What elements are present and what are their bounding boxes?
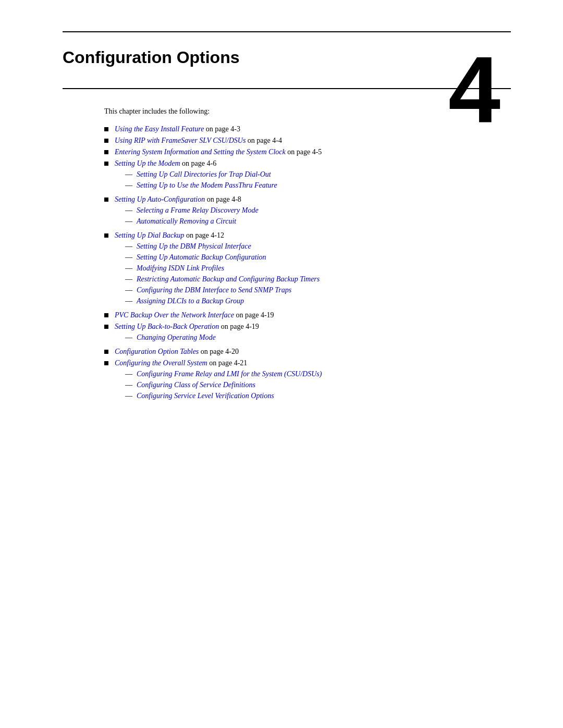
- page-container: Configuration Options 4 This chapter inc…: [0, 31, 563, 728]
- toc-sublink-sub5b[interactable]: Automatically Removing a Circuit: [137, 217, 236, 226]
- toc-subitem: —Configuring the DBM Interface to Send S…: [125, 286, 320, 294]
- toc-item-content: Setting Up the Modem on page 4-6—Setting…: [115, 159, 277, 192]
- toc-sublist: —Configuring Frame Relay and LMI for the…: [125, 370, 322, 400]
- toc-item: Setting Up Auto-Configuration on page 4-…: [104, 195, 500, 228]
- dash-icon: —: [125, 242, 132, 251]
- toc-suffix: on page 4-6: [180, 159, 217, 167]
- toc-link-item2[interactable]: Using RIP with FrameSaver SLV CSU/DSUs: [115, 137, 246, 144]
- toc-sublink-sub6d[interactable]: Restricting Automatic Backup and Configu…: [137, 275, 320, 283]
- chapter-header: Configuration Options 4: [63, 48, 500, 67]
- toc-item: Setting Up Back-to-Back Operation on pag…: [104, 323, 500, 344]
- toc-suffix: on page 4-19: [234, 311, 274, 319]
- bullet-icon: [104, 325, 108, 329]
- dash-icon: —: [125, 392, 132, 400]
- toc-subitem: —Setting Up to Use the Modem PassThru Fe…: [125, 181, 277, 190]
- bullet-icon: [104, 150, 108, 154]
- toc-suffix: on page 4-8: [205, 195, 241, 203]
- toc-item: Setting Up the Modem on page 4-6—Setting…: [104, 159, 500, 192]
- toc-sublink-sub6b[interactable]: Setting Up Automatic Backup Configuratio…: [137, 253, 266, 262]
- dash-icon: —: [125, 275, 132, 283]
- toc-item: Setting Up Dial Backup on page 4-12—Sett…: [104, 231, 500, 308]
- toc-sublink-sub5a[interactable]: Selecting a Frame Relay Discovery Mode: [137, 206, 259, 215]
- toc-item-content: Setting Up Dial Backup on page 4-12—Sett…: [115, 231, 320, 308]
- toc-sublist: —Setting Up the DBM Physical Interface—S…: [125, 242, 320, 305]
- toc-sublist: —Setting Up Call Directories for Trap Di…: [125, 170, 277, 190]
- dash-icon: —: [125, 181, 132, 190]
- toc-subitem: —Modifying ISDN Link Profiles: [125, 264, 320, 273]
- bullet-icon: [104, 350, 108, 354]
- toc-link-item5[interactable]: Setting Up Auto-Configuration: [115, 195, 205, 203]
- toc-subitem: —Setting Up the DBM Physical Interface: [125, 242, 320, 251]
- toc-sublist: —Changing Operating Mode: [125, 334, 259, 342]
- toc-list: Using the Easy Install Feature on page 4…: [104, 125, 500, 403]
- toc-suffix: on page 4-4: [246, 137, 282, 144]
- dash-icon: —: [125, 370, 132, 378]
- toc-item: Configuration Option Tables on page 4-20: [104, 348, 500, 356]
- toc-sublink-sub6a[interactable]: Setting Up the DBM Physical Interface: [137, 242, 251, 251]
- toc-subitem: —Configuring Service Level Verification …: [125, 392, 322, 400]
- toc-item-content: Configuring the Overall System on page 4…: [115, 359, 322, 403]
- bullet-icon: [104, 361, 108, 365]
- toc-suffix: on page 4-12: [184, 231, 224, 239]
- toc-item-content: Entering System Information and Setting …: [115, 148, 322, 156]
- dash-icon: —: [125, 253, 132, 262]
- toc-sublink-sub4a[interactable]: Setting Up Call Directories for Trap Dia…: [137, 170, 271, 179]
- toc-suffix: on page 4-5: [286, 148, 322, 156]
- chapter-number: 4: [448, 43, 500, 137]
- toc-item-content: Configuration Option Tables on page 4-20: [115, 348, 239, 356]
- bullet-icon: [104, 198, 108, 202]
- toc-link-item7[interactable]: PVC Backup Over the Network Interface: [115, 311, 234, 319]
- chapter-title: Configuration Options: [63, 48, 500, 67]
- toc-subitem: —Setting Up Automatic Backup Configurati…: [125, 253, 320, 262]
- toc-sublink-sub6f[interactable]: Assigning DLCIs to a Backup Group: [137, 297, 244, 305]
- dash-icon: —: [125, 206, 132, 215]
- bullet-icon: [104, 313, 108, 317]
- toc-link-item6[interactable]: Setting Up Dial Backup: [115, 231, 184, 239]
- dash-icon: —: [125, 334, 132, 342]
- intro-text: This chapter includes the following:: [104, 107, 500, 116]
- toc-sublink-sub8a[interactable]: Changing Operating Mode: [137, 334, 216, 342]
- toc-subitem: —Changing Operating Mode: [125, 334, 259, 342]
- bullet-icon: [104, 139, 108, 143]
- toc-sublink-sub10b[interactable]: Configuring Class of Service Definitions: [137, 381, 255, 389]
- toc-item-content: Using RIP with FrameSaver SLV CSU/DSUs o…: [115, 137, 282, 145]
- dash-icon: —: [125, 297, 132, 305]
- toc-item: Entering System Information and Setting …: [104, 148, 500, 156]
- dash-icon: —: [125, 170, 132, 179]
- toc-item-content: Setting Up Auto-Configuration on page 4-…: [115, 195, 259, 228]
- dash-icon: —: [125, 381, 132, 389]
- toc-item-content: Using the Easy Install Feature on page 4…: [115, 125, 240, 133]
- toc-sublist: —Selecting a Frame Relay Discovery Mode—…: [125, 206, 259, 226]
- toc-link-item4[interactable]: Setting Up the Modem: [115, 159, 180, 167]
- toc-subitem: —Configuring Frame Relay and LMI for the…: [125, 370, 322, 378]
- toc-subitem: —Setting Up Call Directories for Trap Di…: [125, 170, 277, 179]
- toc-link-item1[interactable]: Using the Easy Install Feature: [115, 125, 204, 133]
- toc-link-item9[interactable]: Configuration Option Tables: [115, 348, 199, 355]
- bullet-icon: [104, 162, 108, 166]
- bullet-icon: [104, 233, 108, 238]
- toc-subitem: —Restricting Automatic Backup and Config…: [125, 275, 320, 283]
- toc-sublink-sub6e[interactable]: Configuring the DBM Interface to Send SN…: [137, 286, 291, 294]
- toc-item: Using the Easy Install Feature on page 4…: [104, 125, 500, 133]
- toc-suffix: on page 4-20: [199, 348, 239, 355]
- dash-icon: —: [125, 217, 132, 226]
- bullet-icon: [104, 127, 108, 131]
- toc-link-item3[interactable]: Entering System Information and Setting …: [115, 148, 286, 156]
- toc-sublink-sub10a[interactable]: Configuring Frame Relay and LMI for the …: [137, 370, 322, 378]
- toc-subitem: —Assigning DLCIs to a Backup Group: [125, 297, 320, 305]
- toc-sublink-sub4b[interactable]: Setting Up to Use the Modem PassThru Fea…: [137, 181, 277, 190]
- toc-link-item8[interactable]: Setting Up Back-to-Back Operation: [115, 323, 219, 330]
- toc-suffix: on page 4-3: [204, 125, 240, 133]
- content-area: This chapter includes the following: Usi…: [104, 107, 500, 403]
- toc-subitem: —Configuring Class of Service Definition…: [125, 381, 322, 389]
- toc-item-content: PVC Backup Over the Network Interface on…: [115, 311, 274, 319]
- toc-item: Configuring the Overall System on page 4…: [104, 359, 500, 403]
- toc-sublink-sub10c[interactable]: Configuring Service Level Verification O…: [137, 392, 274, 400]
- toc-item: Using RIP with FrameSaver SLV CSU/DSUs o…: [104, 137, 500, 145]
- top-rule: [63, 31, 511, 32]
- toc-suffix: on page 4-21: [207, 359, 248, 367]
- toc-link-item10[interactable]: Configuring the Overall System: [115, 359, 207, 367]
- toc-sublink-sub6c[interactable]: Modifying ISDN Link Profiles: [137, 264, 224, 273]
- dash-icon: —: [125, 264, 132, 273]
- toc-subitem: —Automatically Removing a Circuit: [125, 217, 259, 226]
